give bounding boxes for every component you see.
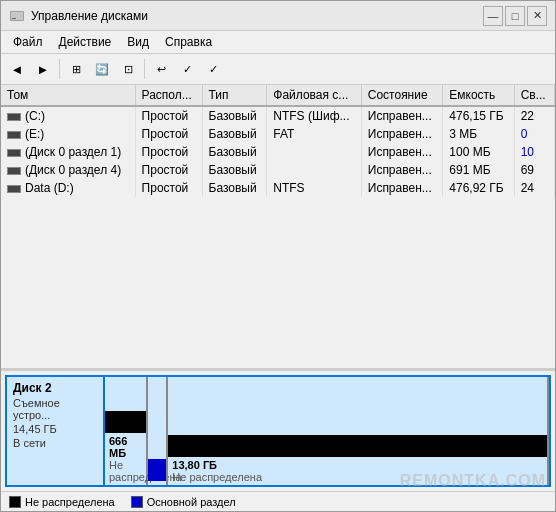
table-row[interactable]: Data (D:)ПростойБазовыйNTFSИсправен...47… xyxy=(1,179,555,197)
toolbar-forward[interactable]: ► xyxy=(31,57,55,81)
disk2-partitions: 666 МБНе распределена13,80 ГБНе распреде… xyxy=(105,375,551,487)
toolbar-back[interactable]: ◄ xyxy=(5,57,29,81)
legend-primary: Основной раздел xyxy=(131,496,236,508)
disk2-online: В сети xyxy=(13,437,97,449)
table-body: (C:)ПростойБазовыйNTFS (Шиф...Исправен..… xyxy=(1,106,555,197)
cell-col1: Простой xyxy=(135,106,202,125)
table-row[interactable]: (Диск 0 раздел 1)ПростойБазовыйИсправен.… xyxy=(1,143,555,161)
cell-col2: Базовый xyxy=(202,125,267,143)
cell-col3: FAT xyxy=(267,125,361,143)
col-header-free: Св... xyxy=(514,85,554,106)
toolbar-sep-1 xyxy=(59,59,60,79)
partition-size: 13,80 ГБ xyxy=(172,459,543,471)
toolbar-check1[interactable]: ✓ xyxy=(175,57,199,81)
cell-col5: 476,15 ГБ xyxy=(443,106,514,125)
cell-col3 xyxy=(267,143,361,161)
maximize-button[interactable]: □ xyxy=(505,6,525,26)
partition-info: 13,80 ГБНе распределена xyxy=(168,457,547,485)
table-row[interactable]: (Диск 0 раздел 4)ПростойБазовыйИсправен.… xyxy=(1,161,555,179)
table-row[interactable]: (E:)ПростойБазовыйFATИсправен...3 МБ0 xyxy=(1,125,555,143)
cell-col0: (Диск 0 раздел 1) xyxy=(1,143,135,161)
cell-col0: Data (D:) xyxy=(1,179,135,197)
disk2-label: Диск 2 xyxy=(13,381,97,395)
cell-col5: 476,92 ГБ xyxy=(443,179,514,197)
toolbar-refresh[interactable]: 🔄 xyxy=(90,57,114,81)
partition-block[interactable]: 13,80 ГБНе распределена xyxy=(168,377,549,485)
table-header-row: Том Распол... Тип Файловая с... Состояни… xyxy=(1,85,555,106)
table-row[interactable]: (C:)ПростойБазовыйNTFS (Шиф...Исправен..… xyxy=(1,106,555,125)
disk2-type: Съемное устро... xyxy=(13,397,97,421)
title-bar-left: Управление дисками xyxy=(9,8,148,24)
legend-swatch-primary xyxy=(131,496,143,508)
title-buttons: — □ ✕ xyxy=(483,6,547,26)
partition-status: Не распределена xyxy=(172,471,543,483)
menu-view[interactable]: Вид xyxy=(119,33,157,51)
cell-col1: Простой xyxy=(135,179,202,197)
col-header-capacity: Емкость xyxy=(443,85,514,106)
cell-col3 xyxy=(267,161,361,179)
cell-col4: Исправен... xyxy=(361,143,443,161)
menu-action[interactable]: Действие xyxy=(51,33,120,51)
cell-col4: Исправен... xyxy=(361,106,443,125)
toolbar-sep-2 xyxy=(144,59,145,79)
unallocated-bar xyxy=(168,435,547,457)
cell-col0: (E:) xyxy=(1,125,135,143)
partition-block[interactable] xyxy=(148,377,168,485)
main-window: Управление дисками — □ ✕ Файл Действие В… xyxy=(0,0,556,512)
cell-col4: Исправен... xyxy=(361,161,443,179)
legend-label-primary: Основной раздел xyxy=(147,496,236,508)
volumes-table-panel: Том Распол... Тип Файловая с... Состояни… xyxy=(1,85,555,371)
cell-col1: Простой xyxy=(135,161,202,179)
partition-size: 666 МБ xyxy=(109,435,142,459)
cell-col4: Исправен... xyxy=(361,179,443,197)
legend-unallocated: Не распределена xyxy=(9,496,115,508)
menu-bar: Файл Действие Вид Справка xyxy=(1,31,555,54)
col-header-type: Тип xyxy=(202,85,267,106)
cell-col6: 22 xyxy=(514,106,554,125)
minimize-button[interactable]: — xyxy=(483,6,503,26)
toolbar-action1[interactable]: ↩ xyxy=(149,57,173,81)
cell-col2: Базовый xyxy=(202,143,267,161)
cell-col6: 69 xyxy=(514,161,554,179)
legend-swatch-unallocated xyxy=(9,496,21,508)
cell-col6: 10 xyxy=(514,143,554,161)
toolbar-disk-mgmt[interactable]: ⊞ xyxy=(64,57,88,81)
lower-panel: Диск 2 Съемное устро... 14,45 ГБ В сети … xyxy=(1,371,555,511)
cell-col2: Базовый xyxy=(202,106,267,125)
cell-col1: Простой xyxy=(135,125,202,143)
col-header-layout: Распол... xyxy=(135,85,202,106)
cell-col3: NTFS (Шиф... xyxy=(267,106,361,125)
partition-status: Не распределена xyxy=(109,459,142,483)
cell-col1: Простой xyxy=(135,143,202,161)
content-area: Том Распол... Тип Файловая с... Состояни… xyxy=(1,85,555,511)
toolbar-disk[interactable]: ⊡ xyxy=(116,57,140,81)
cell-col6: 24 xyxy=(514,179,554,197)
partition-block[interactable]: 666 МБНе распределена xyxy=(105,377,148,485)
menu-file[interactable]: Файл xyxy=(5,33,51,51)
cell-col4: Исправен... xyxy=(361,125,443,143)
cell-col0: (C:) xyxy=(1,106,135,125)
disk2-info: Диск 2 Съемное устро... 14,45 ГБ В сети xyxy=(5,375,105,487)
menu-help[interactable]: Справка xyxy=(157,33,220,51)
legend-bar: Не распределена Основной раздел xyxy=(1,491,555,511)
primary-bar xyxy=(148,459,166,481)
col-header-tom: Том xyxy=(1,85,135,106)
partition-info: 666 МБНе распределена xyxy=(105,433,146,485)
cell-col2: Базовый xyxy=(202,179,267,197)
unallocated-bar xyxy=(105,411,146,433)
toolbar: ◄ ► ⊞ 🔄 ⊡ ↩ ✓ ✓ xyxy=(1,54,555,85)
col-header-fs: Файловая с... xyxy=(267,85,361,106)
volumes-table: Том Распол... Тип Файловая с... Состояни… xyxy=(1,85,555,197)
disk2-row: Диск 2 Съемное устро... 14,45 ГБ В сети … xyxy=(1,371,555,491)
svg-rect-2 xyxy=(12,18,16,19)
cell-col2: Базовый xyxy=(202,161,267,179)
close-button[interactable]: ✕ xyxy=(527,6,547,26)
legend-label-unallocated: Не распределена xyxy=(25,496,115,508)
window-title: Управление дисками xyxy=(31,9,148,23)
cell-col0: (Диск 0 раздел 4) xyxy=(1,161,135,179)
partition-info xyxy=(148,481,166,485)
cell-col6: 0 xyxy=(514,125,554,143)
cell-col3: NTFS xyxy=(267,179,361,197)
app-icon xyxy=(9,8,25,24)
toolbar-check2[interactable]: ✓ xyxy=(201,57,225,81)
